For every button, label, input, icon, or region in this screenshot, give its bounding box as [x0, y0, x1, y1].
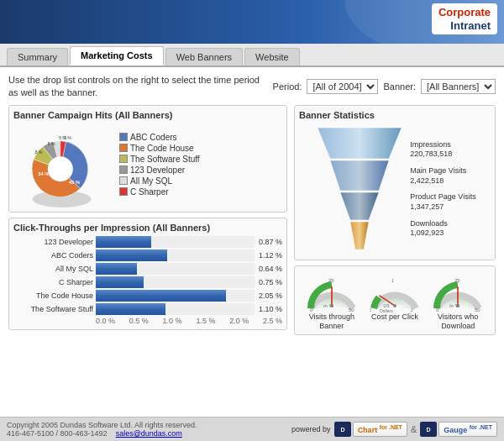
bar-chart-title: Click-Throughs per Impression (All Banne… [13, 223, 282, 233]
bar-fill [96, 276, 144, 288]
app-wrapper: Corporate Intranet Summary Marketing Cos… [0, 0, 504, 441]
legend-item: The Code House [119, 144, 200, 153]
legend-color [119, 165, 128, 174]
legend-item: All My SQL [119, 176, 200, 186]
bar-value: 1.12 % [259, 251, 282, 260]
dundas-gauge-logo-icon: D [420, 422, 437, 437]
bar-container [96, 263, 255, 275]
bar-label: The Software Stuff [13, 305, 93, 313]
legend-label: The Software Stuff [130, 155, 200, 164]
svg-text:D: D [340, 427, 344, 433]
funnel-stat: Product Page Visits 1,347,257 [410, 192, 475, 212]
funnel-stat: Downloads 1,092,923 [410, 219, 475, 239]
bar-value: 1.10 % [259, 305, 282, 313]
svg-text:in %: in % [449, 303, 459, 308]
gauge-badge-group: D Gauge for .NET [420, 422, 497, 437]
legend-item: The Software Stuff [119, 155, 200, 164]
tab-website[interactable]: Website [244, 48, 300, 66]
legend-label: C Sharper [130, 187, 169, 197]
svg-text:34 %: 34 % [38, 171, 50, 176]
bar-container [96, 236, 255, 248]
legend-color [119, 155, 128, 163]
bar-value: 0.75 % [259, 278, 282, 286]
banner-select[interactable]: [All Banners] [421, 79, 496, 94]
funnel-stat-label: Main Page Visits [410, 166, 466, 175]
svg-text:8 %: 8 % [35, 150, 43, 155]
bar-fill [96, 249, 167, 261]
dundas-logo-icon: D [334, 422, 351, 437]
tab-marketing-costs[interactable]: Marketing Costs [70, 46, 164, 66]
legend-label: ABC Coders [130, 133, 177, 142]
pie-chart-box: Banner Campaign Hits (All Banners) [8, 105, 287, 213]
funnel-wrapper: Impressions 220,783,518 Main Page Visits… [299, 123, 491, 255]
funnel-stat-label: Product Page Visits [410, 192, 475, 201]
logo-line1: Corporate [438, 6, 491, 19]
footer: Copyright 2005 Dundas Software Ltd. All … [0, 417, 504, 441]
funnel-stat-value: 1,092,923 [410, 228, 444, 237]
bar-value: 0.87 % [259, 238, 282, 246]
chart-badge: Chart for .NET [353, 422, 407, 437]
funnel-labels: Impressions 220,783,518 Main Page Visits… [410, 140, 475, 239]
gauge-svg: 0 1 2 US Dollars [370, 270, 420, 312]
right-charts: Banner Statistics [294, 105, 496, 410]
legend-label: All My SQL [130, 176, 172, 186]
funnel-chart-box: Banner Statistics [294, 105, 496, 260]
pie-chart-title: Banner Campaign Hits (All Banners) [13, 110, 282, 120]
email[interactable]: sales@dundas.com [116, 429, 182, 438]
gauge-label: Visits through Banner [304, 312, 359, 331]
bar-row: The Code House 2.05 % [13, 290, 282, 302]
x-tick: 2.0 % [229, 317, 249, 325]
bar-fill [96, 263, 137, 275]
legend-color [119, 144, 128, 152]
legend-label: The Code House [130, 144, 194, 153]
gauge-badge: Gauge for .NET [438, 422, 497, 437]
bar-row: 123 Developer 0.87 % [13, 236, 282, 248]
svg-text:1: 1 [391, 278, 394, 283]
footer-left: Copyright 2005 Dundas Software Ltd. All … [7, 421, 197, 438]
bar-row: All My SQL 0.64 % [13, 263, 282, 275]
svg-text:3 %: 3 % [64, 135, 71, 140]
funnel-stat-label: Impressions [410, 140, 451, 149]
funnel-stat: Impressions 220,783,518 [410, 140, 475, 160]
gauge-svg: 0 25 50 in % [433, 270, 483, 312]
x-tick: 0.0 % [96, 317, 115, 325]
legend-label: 123 Developer [130, 165, 185, 175]
legend-color [119, 133, 128, 141]
ampersand: & [411, 424, 417, 434]
tab-summary[interactable]: Summary [7, 48, 68, 66]
gauges-row: 0 25 50 in % Visits through Banner [299, 270, 491, 331]
funnel-stat: Main Page Visits 2,422,518 [410, 166, 475, 186]
legend-item: C Sharper [119, 187, 200, 197]
funnel-stat-value: 220,783,518 [410, 150, 452, 158]
svg-marker-11 [330, 160, 389, 191]
logo-line2: Intranet [438, 19, 491, 33]
gauge-label: Visitors who Download [431, 312, 486, 331]
svg-text:5 %: 5 % [48, 141, 55, 146]
controls-description: Use the drop list controls on the right … [8, 74, 266, 100]
funnel-stat-value: 1,347,257 [410, 202, 444, 211]
gauge-label: Cost per Click [371, 312, 418, 322]
bar-fill [96, 303, 165, 315]
bar-container [96, 276, 255, 288]
funnel-stat-value: 2,422,518 [410, 176, 444, 185]
bar-fill [96, 236, 151, 248]
svg-marker-12 [340, 192, 379, 220]
svg-point-3 [48, 156, 73, 181]
pie-legend: ABC Coders The Code House The Software S… [119, 133, 200, 198]
main-content: Use the drop list controls on the right … [0, 67, 504, 417]
powered-by: powered by [291, 425, 331, 433]
funnel-svg-container [313, 123, 406, 255]
gauge-item: 0 25 50 in % Visitors who Download [431, 270, 486, 331]
period-select[interactable]: [All of 2004] [307, 79, 378, 94]
svg-marker-13 [350, 222, 369, 249]
svg-point-21 [393, 304, 396, 307]
pie-area: 45 % 34 % 8 % 5 % 5 % 3 % ABC C [13, 123, 282, 207]
tab-web-banners[interactable]: Web Banners [165, 48, 243, 66]
bar-label: The Code House [13, 291, 93, 300]
copyright: Copyright 2005 Dundas Software Ltd. All … [7, 421, 197, 429]
bar-label: ABC Coders [13, 251, 93, 260]
bar-row: The Software Stuff 1.10 % [13, 303, 282, 315]
phone: 416-467-5100 / 800-463-1492 [7, 429, 108, 438]
svg-marker-10 [318, 128, 402, 159]
footer-right: powered by D Chart for .NET & D Gauge [291, 422, 497, 437]
